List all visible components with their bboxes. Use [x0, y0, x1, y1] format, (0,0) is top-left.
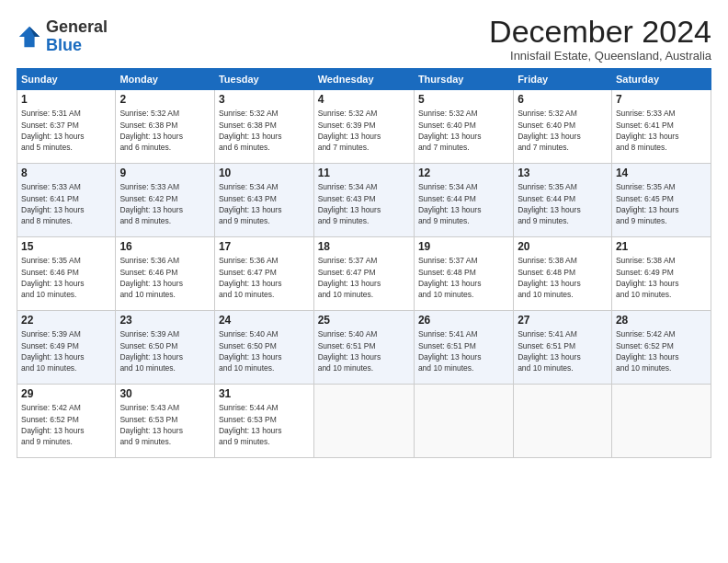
logo: General Blue [17, 18, 108, 55]
logo-general-text: General [46, 17, 108, 36]
day-number: 26 [418, 314, 509, 327]
table-row [313, 385, 414, 458]
day-number: 27 [518, 314, 608, 327]
day-number: 28 [616, 314, 707, 327]
day-number: 5 [418, 93, 509, 106]
calendar-page: General Blue December 2024 Innisfail Est… [0, 0, 728, 563]
col-friday: Friday [514, 69, 612, 90]
table-row: 20 Sunrise: 5:38 AMSunset: 6:48 PMDaylig… [514, 237, 612, 311]
table-row: 2 Sunrise: 5:32 AMSunset: 6:38 PMDayligh… [116, 90, 215, 164]
table-row: 30 Sunrise: 5:43 AMSunset: 6:53 PMDaylig… [116, 385, 215, 458]
day-info: Sunrise: 5:32 AMSunset: 6:39 PMDaylight:… [318, 109, 381, 152]
day-info: Sunrise: 5:34 AMSunset: 6:43 PMDaylight:… [219, 182, 282, 225]
day-number: 10 [219, 167, 310, 179]
day-info: Sunrise: 5:35 AMSunset: 6:44 PMDaylight:… [518, 182, 581, 225]
day-number: 11 [318, 167, 410, 179]
logo-icon [17, 24, 42, 50]
title-block: December 2024 Innisfail Estate, Queensla… [489, 15, 711, 63]
col-wednesday: Wednesday [313, 69, 414, 90]
day-info: Sunrise: 5:41 AMSunset: 6:51 PMDaylight:… [418, 329, 482, 373]
page-header: General Blue December 2024 Innisfail Est… [17, 15, 711, 63]
table-row [611, 385, 711, 458]
day-info: Sunrise: 5:32 AMSunset: 6:38 PMDaylight:… [119, 109, 183, 152]
day-info: Sunrise: 5:40 AMSunset: 6:51 PMDaylight:… [318, 329, 381, 373]
calendar-table: Sunday Monday Tuesday Wednesday Thursday… [17, 68, 711, 458]
day-info: Sunrise: 5:33 AMSunset: 6:41 PMDaylight:… [21, 182, 85, 225]
table-row: 13 Sunrise: 5:35 AMSunset: 6:44 PMDaylig… [514, 164, 612, 237]
day-info: Sunrise: 5:31 AMSunset: 6:37 PMDaylight:… [21, 109, 85, 152]
table-row: 24 Sunrise: 5:40 AMSunset: 6:50 PMDaylig… [214, 311, 313, 385]
table-row: 4 Sunrise: 5:32 AMSunset: 6:39 PMDayligh… [313, 90, 414, 164]
day-number: 15 [21, 240, 111, 253]
weekday-header-row: Sunday Monday Tuesday Wednesday Thursday… [17, 69, 711, 90]
day-info: Sunrise: 5:42 AMSunset: 6:52 PMDaylight:… [616, 329, 679, 373]
calendar-week-row: 1 Sunrise: 5:31 AMSunset: 6:37 PMDayligh… [17, 90, 711, 164]
day-info: Sunrise: 5:39 AMSunset: 6:50 PMDaylight:… [119, 329, 183, 373]
day-info: Sunrise: 5:38 AMSunset: 6:48 PMDaylight:… [518, 256, 581, 299]
table-row: 7 Sunrise: 5:33 AMSunset: 6:41 PMDayligh… [611, 90, 711, 164]
table-row: 25 Sunrise: 5:40 AMSunset: 6:51 PMDaylig… [313, 311, 414, 385]
day-number: 14 [616, 167, 707, 179]
table-row: 8 Sunrise: 5:33 AMSunset: 6:41 PMDayligh… [17, 164, 116, 237]
table-row: 10 Sunrise: 5:34 AMSunset: 6:43 PMDaylig… [214, 164, 313, 237]
table-row: 19 Sunrise: 5:37 AMSunset: 6:48 PMDaylig… [414, 237, 513, 311]
day-info: Sunrise: 5:38 AMSunset: 6:49 PMDaylight:… [616, 256, 679, 299]
table-row: 21 Sunrise: 5:38 AMSunset: 6:49 PMDaylig… [611, 237, 711, 311]
table-row: 6 Sunrise: 5:32 AMSunset: 6:40 PMDayligh… [514, 90, 612, 164]
col-sunday: Sunday [17, 69, 116, 90]
day-number: 23 [119, 314, 210, 327]
day-info: Sunrise: 5:37 AMSunset: 6:48 PMDaylight:… [418, 256, 482, 299]
table-row [514, 385, 612, 458]
day-info: Sunrise: 5:42 AMSunset: 6:52 PMDaylight:… [21, 403, 85, 446]
day-info: Sunrise: 5:33 AMSunset: 6:41 PMDaylight:… [616, 109, 679, 152]
table-row: 3 Sunrise: 5:32 AMSunset: 6:38 PMDayligh… [214, 90, 313, 164]
table-row: 1 Sunrise: 5:31 AMSunset: 6:37 PMDayligh… [17, 90, 116, 164]
table-row: 9 Sunrise: 5:33 AMSunset: 6:42 PMDayligh… [116, 164, 215, 237]
table-row: 23 Sunrise: 5:39 AMSunset: 6:50 PMDaylig… [116, 311, 215, 385]
day-number: 22 [21, 314, 111, 327]
table-row: 5 Sunrise: 5:32 AMSunset: 6:40 PMDayligh… [414, 90, 513, 164]
day-info: Sunrise: 5:35 AMSunset: 6:45 PMDaylight:… [616, 182, 679, 225]
col-saturday: Saturday [611, 69, 711, 90]
day-info: Sunrise: 5:33 AMSunset: 6:42 PMDaylight:… [119, 182, 183, 225]
calendar-week-row: 29 Sunrise: 5:42 AMSunset: 6:52 PMDaylig… [17, 385, 711, 458]
day-info: Sunrise: 5:34 AMSunset: 6:43 PMDaylight:… [318, 182, 381, 225]
day-number: 29 [21, 387, 111, 400]
day-info: Sunrise: 5:32 AMSunset: 6:40 PMDaylight:… [418, 109, 482, 152]
col-thursday: Thursday [414, 69, 513, 90]
table-row: 15 Sunrise: 5:35 AMSunset: 6:46 PMDaylig… [17, 237, 116, 311]
day-number: 12 [418, 167, 509, 179]
calendar-week-row: 15 Sunrise: 5:35 AMSunset: 6:46 PMDaylig… [17, 237, 711, 311]
calendar-week-row: 22 Sunrise: 5:39 AMSunset: 6:49 PMDaylig… [17, 311, 711, 385]
table-row: 17 Sunrise: 5:36 AMSunset: 6:47 PMDaylig… [214, 237, 313, 311]
table-row: 12 Sunrise: 5:34 AMSunset: 6:44 PMDaylig… [414, 164, 513, 237]
day-number: 17 [219, 240, 310, 253]
day-info: Sunrise: 5:40 AMSunset: 6:50 PMDaylight:… [219, 329, 282, 373]
table-row: 11 Sunrise: 5:34 AMSunset: 6:43 PMDaylig… [313, 164, 414, 237]
day-number: 7 [616, 93, 707, 106]
logo-blue-text: Blue [46, 36, 82, 54]
table-row: 16 Sunrise: 5:36 AMSunset: 6:46 PMDaylig… [116, 237, 215, 311]
table-row: 31 Sunrise: 5:44 AMSunset: 6:53 PMDaylig… [214, 385, 313, 458]
day-number: 20 [518, 240, 608, 253]
day-info: Sunrise: 5:35 AMSunset: 6:46 PMDaylight:… [21, 256, 85, 299]
day-info: Sunrise: 5:32 AMSunset: 6:40 PMDaylight:… [518, 109, 581, 152]
table-row: 14 Sunrise: 5:35 AMSunset: 6:45 PMDaylig… [611, 164, 711, 237]
day-number: 2 [119, 93, 210, 106]
day-info: Sunrise: 5:36 AMSunset: 6:46 PMDaylight:… [119, 256, 183, 299]
day-info: Sunrise: 5:44 AMSunset: 6:53 PMDaylight:… [219, 403, 282, 446]
day-info: Sunrise: 5:39 AMSunset: 6:49 PMDaylight:… [21, 329, 85, 373]
day-number: 18 [318, 240, 410, 253]
day-number: 4 [318, 93, 410, 106]
calendar-week-row: 8 Sunrise: 5:33 AMSunset: 6:41 PMDayligh… [17, 164, 711, 237]
day-number: 24 [219, 314, 310, 327]
day-number: 21 [616, 240, 707, 253]
day-number: 31 [219, 387, 310, 400]
day-info: Sunrise: 5:43 AMSunset: 6:53 PMDaylight:… [119, 403, 183, 446]
day-info: Sunrise: 5:32 AMSunset: 6:38 PMDaylight:… [219, 109, 282, 152]
table-row: 26 Sunrise: 5:41 AMSunset: 6:51 PMDaylig… [414, 311, 513, 385]
day-number: 9 [119, 167, 210, 179]
day-number: 3 [219, 93, 310, 106]
table-row: 18 Sunrise: 5:37 AMSunset: 6:47 PMDaylig… [313, 237, 414, 311]
day-number: 19 [418, 240, 509, 253]
